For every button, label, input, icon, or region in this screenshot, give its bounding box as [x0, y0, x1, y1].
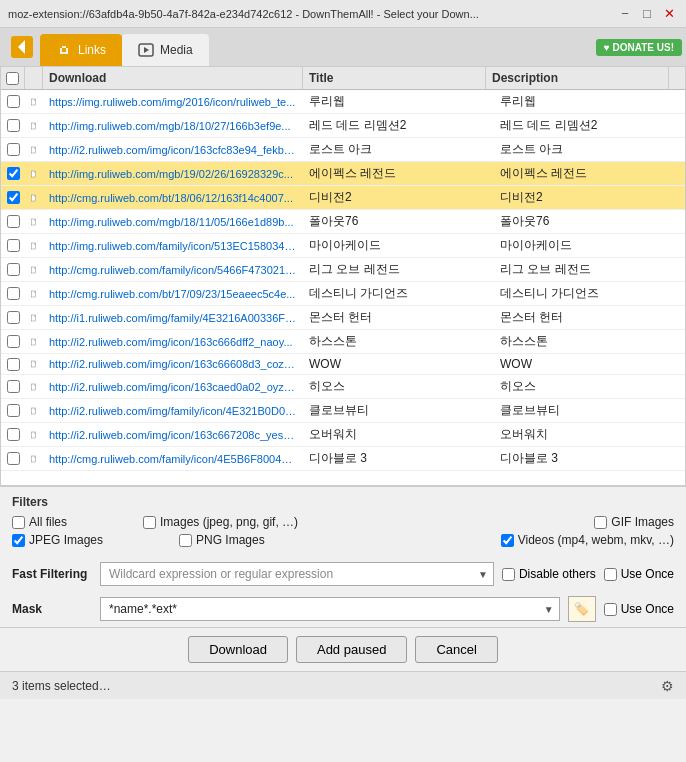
row-title: 루리웹	[303, 90, 494, 113]
row-checkbox[interactable]	[7, 404, 20, 417]
table-row[interactable]: http://i2.ruliweb.com/img/icon/163c66608…	[1, 354, 685, 375]
row-checkbox[interactable]	[7, 263, 20, 276]
row-title: 몬스터 헌터	[303, 306, 494, 329]
mask-use-once-checkbox[interactable]	[604, 603, 617, 616]
filter-images[interactable]: Images (jpeg, png, gif, …)	[143, 515, 298, 529]
images-checkbox[interactable]	[143, 516, 156, 529]
download-table: Download Title Description https://img.r…	[0, 66, 686, 486]
filter-all-files[interactable]: All files	[12, 515, 67, 529]
tab-links[interactable]: Links	[40, 34, 122, 66]
row-file-icon-cell	[25, 401, 43, 421]
row-checkbox-cell	[1, 117, 25, 134]
add-paused-button[interactable]: Add paused	[296, 636, 407, 663]
fast-filtering-use-once-checkbox[interactable]	[604, 568, 617, 581]
row-checkbox[interactable]	[7, 335, 20, 348]
gear-icon[interactable]: ⚙	[661, 678, 674, 694]
table-row[interactable]: http://cmg.ruliweb.com/family/icon/4E5B6…	[1, 447, 685, 471]
row-checkbox[interactable]	[7, 95, 20, 108]
row-title: 디비전2	[303, 186, 494, 209]
row-url: http://i2.ruliweb.com/img/icon/163c66720…	[43, 426, 303, 444]
filter-jpeg[interactable]: JPEG Images	[12, 533, 103, 547]
disable-others-wrap[interactable]: Disable others	[502, 567, 596, 581]
table-row[interactable]: http://i1.ruliweb.com/img/family/4E3216A…	[1, 306, 685, 330]
check-all-checkbox[interactable]	[6, 72, 19, 85]
row-file-icon-cell	[25, 260, 43, 280]
back-icon[interactable]	[4, 28, 40, 66]
table-row[interactable]: http://i2.ruliweb.com/img/family/icon/4E…	[1, 399, 685, 423]
close-button[interactable]: ✕	[660, 5, 678, 23]
row-url: http://i2.ruliweb.com/img/icon/163c666df…	[43, 333, 303, 351]
videos-checkbox[interactable]	[501, 534, 514, 547]
row-checkbox-cell	[1, 356, 25, 373]
filter-png[interactable]: PNG Images	[179, 533, 265, 547]
fast-filtering-options: Disable others Use Once	[502, 567, 674, 581]
table-row[interactable]: http://i2.ruliweb.com/img/icon/163cfc83e…	[1, 138, 685, 162]
tabbar: Links Media ♥ DONATE US!	[0, 28, 686, 66]
all-files-label: All files	[29, 515, 67, 529]
gif-checkbox[interactable]	[594, 516, 607, 529]
fast-filtering-row: Fast Filtering Wildcard expression or re…	[0, 557, 686, 591]
disable-others-label: Disable others	[519, 567, 596, 581]
table-row[interactable]: http://cmg.ruliweb.com/bt/18/06/12/163f1…	[1, 186, 685, 210]
row-description: 오버워치	[494, 423, 685, 446]
file-icon	[31, 215, 37, 229]
row-checkbox[interactable]	[7, 119, 20, 132]
row-checkbox[interactable]	[7, 358, 20, 371]
row-title: 클로브뷰티	[303, 399, 494, 422]
table-row[interactable]: http://cmg.ruliweb.com/family/icon/5466F…	[1, 258, 685, 282]
row-checkbox[interactable]	[7, 287, 20, 300]
row-checkbox[interactable]	[7, 380, 20, 393]
svg-marker-3	[144, 47, 149, 53]
row-checkbox[interactable]	[7, 452, 20, 465]
row-checkbox[interactable]	[7, 428, 20, 441]
row-checkbox[interactable]	[7, 311, 20, 324]
filter-gif[interactable]: GIF Images	[594, 515, 674, 529]
row-checkbox-cell	[1, 165, 25, 182]
videos-label: Videos (mp4, webm, mkv, …)	[518, 533, 674, 547]
table-row[interactable]: http://img.ruliweb.com/mgb/19/02/26/1692…	[1, 162, 685, 186]
table-row[interactable]: http://img.ruliweb.com/mgb/18/10/27/166b…	[1, 114, 685, 138]
minimize-button[interactable]: −	[616, 5, 634, 23]
table-row[interactable]: http://i2.ruliweb.com/img/icon/163c666df…	[1, 330, 685, 354]
mask-input[interactable]: *name*.*ext*	[100, 597, 560, 621]
mask-use-once-label: Use Once	[621, 602, 674, 616]
table-row[interactable]: http://img.ruliweb.com/family/icon/513EC…	[1, 234, 685, 258]
folder-button[interactable]: 🏷️	[568, 596, 596, 622]
row-checkbox-cell	[1, 141, 25, 158]
row-title: 로스트 아크	[303, 138, 494, 161]
row-checkbox[interactable]	[7, 239, 20, 252]
mask-use-once-wrap[interactable]: Use Once	[604, 602, 674, 616]
row-url: http://img.ruliweb.com/mgb/18/10/27/166b…	[43, 117, 303, 135]
jpeg-checkbox[interactable]	[12, 534, 25, 547]
row-checkbox[interactable]	[7, 215, 20, 228]
row-checkbox[interactable]	[7, 167, 20, 180]
row-checkbox[interactable]	[7, 143, 20, 156]
icon-header	[25, 67, 43, 89]
fast-filtering-use-once-wrap[interactable]: Use Once	[604, 567, 674, 581]
all-files-checkbox[interactable]	[12, 516, 25, 529]
table-row[interactable]: http://cmg.ruliweb.com/bt/17/09/23/15eae…	[1, 282, 685, 306]
maximize-button[interactable]: □	[638, 5, 656, 23]
png-checkbox[interactable]	[179, 534, 192, 547]
row-file-icon-cell	[25, 425, 43, 445]
file-icon	[31, 452, 37, 466]
table-row[interactable]: http://i2.ruliweb.com/img/icon/163c66720…	[1, 423, 685, 447]
tab-media[interactable]: Media	[122, 34, 209, 66]
download-button[interactable]: Download	[188, 636, 288, 663]
table-row[interactable]: http://i2.ruliweb.com/img/icon/163caed0a…	[1, 375, 685, 399]
table-row[interactable]: http://img.ruliweb.com/mgb/18/11/05/166e…	[1, 210, 685, 234]
mask-row: Mask *name*.*ext* ▼ 🏷️ Use Once	[0, 591, 686, 627]
fast-filtering-input[interactable]: Wildcard expression or regular expressio…	[100, 562, 494, 586]
cancel-button[interactable]: Cancel	[415, 636, 497, 663]
file-icon	[31, 95, 37, 109]
row-title: WOW	[303, 354, 494, 374]
file-icon	[31, 335, 37, 349]
filter-videos[interactable]: Videos (mp4, webm, mkv, …)	[501, 533, 674, 547]
disable-others-checkbox[interactable]	[502, 568, 515, 581]
filters-title: Filters	[12, 495, 674, 509]
table-row[interactable]: https://img.ruliweb.com/img/2016/icon/ru…	[1, 90, 685, 114]
donate-button[interactable]: ♥ DONATE US!	[596, 39, 682, 56]
row-checkbox[interactable]	[7, 191, 20, 204]
row-checkbox-cell	[1, 189, 25, 206]
file-icon	[31, 119, 37, 133]
